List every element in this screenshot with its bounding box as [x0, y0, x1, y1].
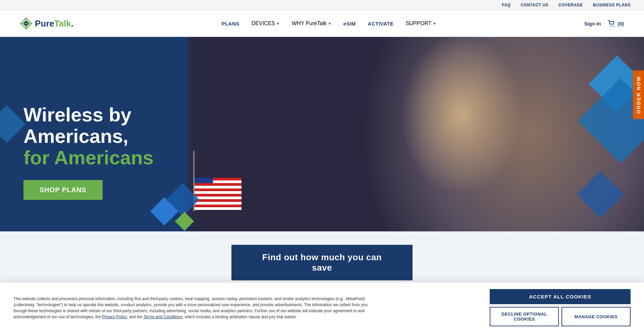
faq-link[interactable]: FAQ	[502, 3, 511, 7]
cookie-text-and: , and the	[127, 315, 144, 319]
manage-cookies-button[interactable]: MANAGE COOKIES	[561, 307, 631, 321]
cookie-banner: This website collects and processes pers…	[0, 282, 644, 321]
svg-point-4	[610, 26, 611, 27]
terms-link[interactable]: Terms and Conditions	[144, 315, 182, 319]
devices-dropdown-arrow: ▼	[276, 22, 280, 25]
hero-content: Wireless by Americans, for Americans SHO…	[23, 104, 154, 200]
nav-plans[interactable]: PLANS	[221, 21, 239, 26]
hero-section: Wireless by Americans, for Americans SHO…	[0, 37, 644, 231]
hero-photo	[188, 37, 644, 231]
nav-links: PLANS DEVICES ▼ WHY PureTalk ▼ eSIM ACTI…	[221, 20, 436, 26]
privacy-policy-link[interactable]: Privacy Policy	[102, 315, 127, 319]
decline-optional-cookies-button[interactable]: DECLINE OPTIONAL COOKIES	[490, 307, 559, 321]
cookie-buttons: ACCEPT ALL COOKIES DECLINE OPTIONAL COOK…	[490, 289, 631, 321]
contact-us-link[interactable]: CONTACT US	[521, 3, 548, 7]
hero-title-line1: Wireless by	[23, 104, 154, 125]
top-bar: FAQ CONTACT US COVERAGE BUSINESS PLANS	[0, 0, 644, 10]
coverage-link[interactable]: COVERAGE	[558, 3, 583, 7]
sign-in-link[interactable]: Sign In	[584, 21, 601, 26]
cart-button[interactable]: (0)	[608, 20, 624, 27]
nav-devices[interactable]: DEVICES ▼	[252, 20, 280, 26]
nav-support[interactable]: SUPPORT ▼	[406, 20, 436, 26]
cart-icon	[608, 20, 616, 27]
logo[interactable]: PureTalk.	[20, 17, 73, 30]
hero-title-green: for Americans	[23, 147, 154, 168]
support-dropdown-arrow: ▼	[433, 22, 436, 25]
why-dropdown-arrow: ▼	[328, 22, 331, 25]
cookie-text-end: , which includes a binding arbitration c…	[182, 315, 297, 319]
nav-why-puretalk[interactable]: WHY PureTalk ▼	[292, 20, 331, 26]
nav-esim[interactable]: eSIM	[343, 21, 356, 26]
shop-plans-button[interactable]: SHOP PLANS	[23, 180, 103, 200]
cookie-bottom-btns: DECLINE OPTIONAL COOKIES MANAGE COOKIES	[490, 307, 631, 321]
flag-art	[195, 178, 241, 211]
cart-count: (0)	[618, 21, 624, 26]
nav-activate[interactable]: ACTIVATE	[368, 21, 394, 26]
svg-point-5	[613, 26, 614, 27]
hero-title-line2: Americans,	[23, 125, 154, 147]
logo-icon	[20, 17, 32, 30]
order-now-button[interactable]: ORDER NOW	[633, 70, 644, 119]
accept-all-cookies-button[interactable]: ACCEPT ALL COOKIES	[490, 289, 631, 304]
business-plans-link[interactable]: BUSINESS PLANS	[593, 3, 631, 7]
find-save-button[interactable]: Find out how much you can save	[231, 245, 413, 280]
main-nav: PureTalk. PLANS DEVICES ▼ WHY PureTalk ▼…	[0, 10, 644, 37]
cookie-text: This website collects and processes pers…	[13, 296, 369, 320]
nav-right: Sign In (0)	[584, 20, 624, 27]
logo-text: PureTalk.	[35, 18, 73, 29]
